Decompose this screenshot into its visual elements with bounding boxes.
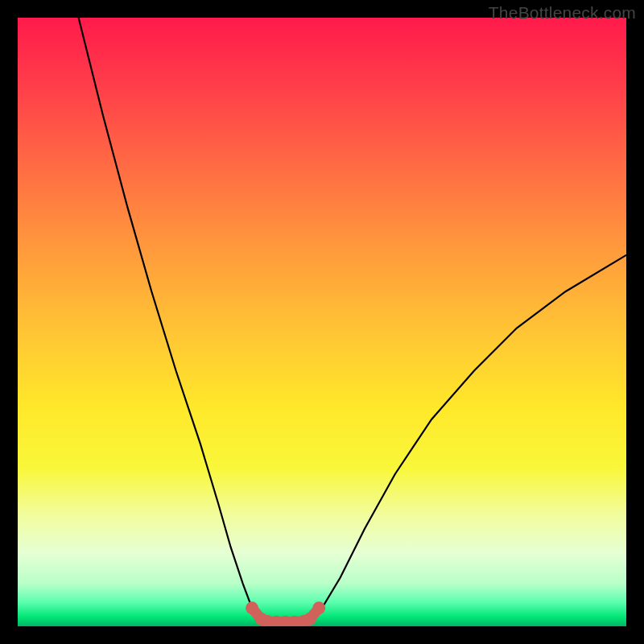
curve-left xyxy=(79,18,262,619)
marker-band-dots-point xyxy=(312,601,325,614)
bottleneck-curve-chart xyxy=(18,18,626,626)
watermark-text: TheBottleneck.com xyxy=(489,3,636,23)
marker-band-dots-point xyxy=(246,601,258,614)
chart-frame: TheBottleneck.com xyxy=(0,0,644,644)
marker-band-dots xyxy=(246,601,325,626)
marker-band-dots-point xyxy=(303,613,316,625)
plot-area xyxy=(18,18,626,626)
curve-right xyxy=(310,255,626,619)
